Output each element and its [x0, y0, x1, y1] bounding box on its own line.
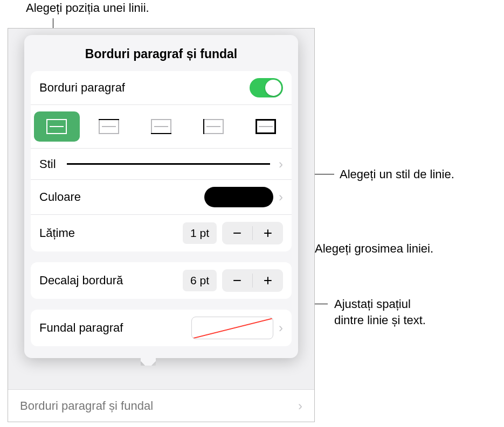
offset-increase-button[interactable]: + — [253, 269, 283, 292]
callout-offset: Ajustați spațiul dintre linie și text. — [334, 296, 426, 328]
row-paragraph-bg[interactable]: Fundal paragraf › — [31, 310, 292, 346]
offset-value: 6 pt — [183, 270, 217, 291]
color-label: Culoare — [39, 190, 81, 204]
width-decrease-button[interactable]: − — [222, 222, 252, 244]
color-swatch[interactable] — [204, 187, 273, 207]
color-right-group: › — [204, 187, 283, 207]
border-position-top[interactable] — [86, 111, 132, 142]
border-position-all[interactable] — [34, 111, 80, 142]
border-all-icon — [46, 119, 67, 134]
toggle-knob — [265, 80, 281, 96]
offset-right-group: 6 pt − + — [183, 269, 283, 292]
offset-stepper: − + — [222, 269, 283, 292]
behind-menu-item[interactable]: Borduri paragraf și fundal › — [8, 389, 314, 422]
popover-borders-background: Borduri paragraf și fundal Borduri parag… — [24, 35, 298, 358]
border-top-icon — [99, 119, 119, 134]
border-bottom-icon — [151, 119, 171, 134]
offset-label: Decalaj bordură — [39, 274, 123, 288]
chevron-right-icon: › — [279, 157, 283, 172]
row-style[interactable]: Stil › — [31, 149, 292, 180]
bg-label: Fundal paragraf — [39, 321, 123, 335]
row-offset: Decalaj bordură 6 pt − + — [31, 262, 292, 299]
popover-title: Borduri paragraf și fundal — [24, 35, 298, 71]
chevron-right-icon: › — [279, 190, 283, 205]
panel-frame: Borduri paragraf și fundal › Borduri par… — [8, 28, 315, 422]
row-color[interactable]: Culoare › — [31, 180, 292, 215]
border-position-bottom[interactable] — [139, 111, 184, 142]
chevron-right-icon: › — [298, 398, 302, 414]
behind-label: Borduri paragraf și fundal — [20, 399, 153, 413]
callout-offset-line2: dintre linie și text. — [334, 313, 426, 327]
width-increase-button[interactable]: + — [253, 222, 283, 244]
border-position-left[interactable] — [190, 111, 236, 142]
line-style-preview — [67, 163, 270, 165]
offset-decrease-button[interactable]: − — [222, 269, 252, 292]
callout-width: Alegeți grosimea liniei. — [315, 241, 433, 257]
callout-style: Alegeți un stil de linie. — [340, 166, 454, 183]
callout-offset-line1: Ajustați spațiul — [334, 297, 411, 311]
toggle-borders[interactable] — [250, 78, 283, 97]
width-stepper: − + — [222, 222, 283, 244]
callout-position: Alegeți poziția unei linii. — [26, 1, 149, 15]
bg-swatch-none[interactable] — [191, 317, 273, 339]
width-value: 1 pt — [183, 222, 217, 244]
width-label: Lățime — [39, 226, 75, 240]
border-left-icon — [203, 119, 224, 134]
section-offset: Decalaj bordură 6 pt − + — [31, 262, 292, 299]
border-right-icon — [256, 119, 276, 134]
chevron-right-icon: › — [279, 320, 283, 335]
row-width: Lățime 1 pt − + — [31, 215, 292, 251]
row-border-position — [31, 105, 292, 149]
section-borders: Borduri paragraf — [31, 71, 292, 251]
row-toggle-borders: Borduri paragraf — [31, 71, 292, 105]
none-diagonal-icon — [191, 317, 273, 339]
popover-arrow — [141, 358, 156, 366]
style-label: Stil — [39, 157, 56, 171]
width-right-group: 1 pt − + — [183, 222, 283, 244]
toggle-label: Borduri paragraf — [39, 81, 125, 95]
bg-right-group: › — [191, 317, 283, 339]
border-position-right[interactable] — [243, 111, 288, 142]
section-background: Fundal paragraf › — [31, 310, 292, 346]
